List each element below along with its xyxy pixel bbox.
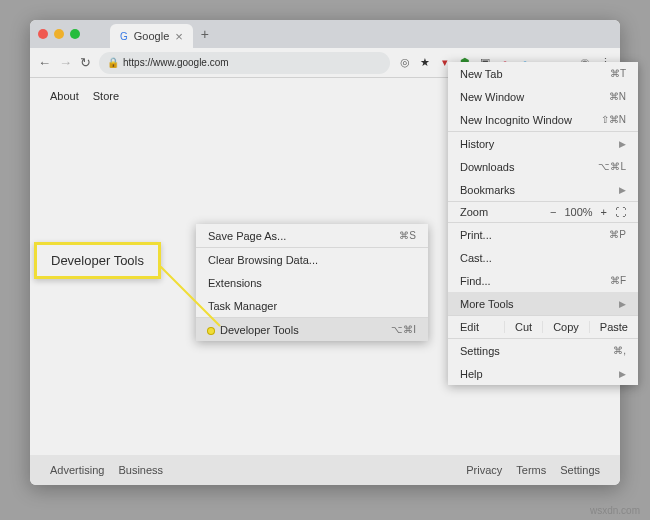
chevron-right-icon: ▶ xyxy=(619,185,626,195)
menu-more-tools[interactable]: More Tools▶ xyxy=(448,292,638,315)
browser-tab[interactable]: G Google × xyxy=(110,24,193,48)
ext-icon-star[interactable]: ★ xyxy=(418,56,432,70)
google-top-nav: About Store xyxy=(50,90,119,102)
submenu-save-page[interactable]: Save Page As...⌘S xyxy=(196,224,428,247)
ext-icon-1[interactable]: ◎ xyxy=(398,56,412,70)
zoom-value: 100% xyxy=(564,206,592,218)
chevron-right-icon: ▶ xyxy=(619,369,626,379)
menu-zoom: Zoom − 100% + ⛶ xyxy=(448,202,638,222)
fullscreen-icon[interactable]: ⛶ xyxy=(615,206,626,218)
edit-paste[interactable]: Paste xyxy=(589,321,638,333)
footer-business[interactable]: Business xyxy=(118,464,163,476)
menu-cast[interactable]: Cast... xyxy=(448,246,638,269)
edit-copy[interactable]: Copy xyxy=(542,321,589,333)
window-controls xyxy=(38,29,80,39)
close-window-button[interactable] xyxy=(38,29,48,39)
zoom-in-button[interactable]: + xyxy=(601,206,607,218)
chevron-right-icon: ▶ xyxy=(619,139,626,149)
menu-new-tab[interactable]: New Tab⌘T xyxy=(448,62,638,85)
about-link[interactable]: About xyxy=(50,90,79,102)
back-button[interactable]: ← xyxy=(38,55,51,70)
highlight-dot xyxy=(208,328,214,334)
reload-button[interactable]: ↻ xyxy=(80,55,91,70)
zoom-out-button[interactable]: − xyxy=(550,206,556,218)
google-footer: Advertising Business Privacy Terms Setti… xyxy=(30,455,620,485)
submenu-extensions[interactable]: Extensions xyxy=(196,271,428,294)
menu-new-incognito[interactable]: New Incognito Window⇧⌘N xyxy=(448,108,638,131)
submenu-developer-tools[interactable]: Developer Tools⌥⌘I xyxy=(196,318,428,341)
url-text: https://www.google.com xyxy=(123,57,229,68)
tab-title: Google xyxy=(134,30,169,42)
footer-terms[interactable]: Terms xyxy=(516,464,546,476)
watermark: wsxdn.com xyxy=(590,505,640,516)
forward-button[interactable]: → xyxy=(59,55,72,70)
menu-print[interactable]: Print...⌘P xyxy=(448,223,638,246)
chevron-right-icon: ▶ xyxy=(619,299,626,309)
menu-settings[interactable]: Settings⌘, xyxy=(448,339,638,362)
menu-edit-row: Edit Cut Copy Paste xyxy=(448,316,638,338)
edit-cut[interactable]: Cut xyxy=(504,321,542,333)
maximize-window-button[interactable] xyxy=(70,29,80,39)
tab-close-icon[interactable]: × xyxy=(175,29,183,44)
new-tab-button[interactable]: + xyxy=(201,26,209,42)
store-link[interactable]: Store xyxy=(93,90,119,102)
submenu-clear-browsing[interactable]: Clear Browsing Data... xyxy=(196,248,428,271)
footer-settings[interactable]: Settings xyxy=(560,464,600,476)
minimize-window-button[interactable] xyxy=(54,29,64,39)
menu-find[interactable]: Find...⌘F xyxy=(448,269,638,292)
callout-text: Developer Tools xyxy=(51,253,144,268)
chrome-menu: New Tab⌘T New Window⌘N New Incognito Win… xyxy=(448,62,638,385)
menu-new-window[interactable]: New Window⌘N xyxy=(448,85,638,108)
tab-favicon: G xyxy=(120,31,128,42)
menu-downloads[interactable]: Downloads⌥⌘L xyxy=(448,155,638,178)
footer-privacy[interactable]: Privacy xyxy=(466,464,502,476)
submenu-task-manager[interactable]: Task Manager xyxy=(196,294,428,317)
menu-help[interactable]: Help▶ xyxy=(448,362,638,385)
more-tools-submenu: Save Page As...⌘S Clear Browsing Data...… xyxy=(196,224,428,341)
address-bar[interactable]: 🔒 https://www.google.com xyxy=(99,52,390,74)
annotation-callout: Developer Tools xyxy=(34,242,161,279)
lock-icon: 🔒 xyxy=(107,57,119,68)
footer-advertising[interactable]: Advertising xyxy=(50,464,104,476)
titlebar: G Google × + xyxy=(30,20,620,48)
menu-history[interactable]: History▶ xyxy=(448,132,638,155)
menu-bookmarks[interactable]: Bookmarks▶ xyxy=(448,178,638,201)
